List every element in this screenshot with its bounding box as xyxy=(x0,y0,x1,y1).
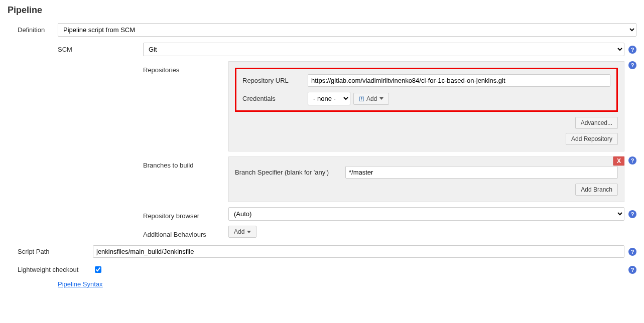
script-path-input[interactable] xyxy=(93,245,624,258)
add-button-label: Add xyxy=(366,95,377,102)
help-icon[interactable]: ? xyxy=(628,266,636,274)
pipeline-syntax-link[interactable]: Pipeline Syntax xyxy=(58,280,103,288)
scm-label: SCM xyxy=(58,43,143,53)
caret-down-icon xyxy=(247,231,251,233)
add-label: Add xyxy=(234,228,244,235)
credentials-select[interactable]: - none - xyxy=(308,92,350,105)
repositories-panel: Repository URL Credentials - none - xyxy=(228,61,624,151)
repositories-label: Repositories xyxy=(143,61,228,74)
pipeline-heading: Pipeline xyxy=(8,5,636,16)
advanced-button[interactable]: Advanced... xyxy=(575,117,618,129)
definition-select[interactable]: Pipeline script from SCM xyxy=(58,23,636,37)
add-repository-button[interactable]: Add Repository xyxy=(566,133,618,145)
lightweight-checkout-checkbox[interactable] xyxy=(95,266,101,273)
repository-url-label: Repository URL xyxy=(242,77,308,84)
repo-browser-label: Repository browser xyxy=(143,207,228,220)
definition-label: Definition xyxy=(18,23,58,34)
scm-select[interactable]: Git xyxy=(143,43,624,56)
close-icon[interactable]: X xyxy=(613,156,624,166)
branch-specifier-label: Branch Specifier (blank for 'any') xyxy=(235,169,345,176)
repo-browser-select[interactable]: (Auto) xyxy=(228,207,624,221)
branches-label: Branches to build xyxy=(143,156,228,169)
help-icon[interactable]: ? xyxy=(628,46,636,54)
additional-behaviours-label: Additional Behaviours xyxy=(143,226,228,238)
help-icon[interactable]: ? xyxy=(628,61,636,69)
behaviours-add-button[interactable]: Add xyxy=(228,226,256,238)
key-icon: ⚿ xyxy=(359,96,364,102)
help-icon[interactable]: ? xyxy=(628,248,636,256)
help-icon[interactable]: ? xyxy=(628,156,636,165)
caret-down-icon xyxy=(379,97,383,100)
highlight-box: Repository URL Credentials - none - xyxy=(235,68,618,112)
branch-specifier-input[interactable] xyxy=(345,166,618,179)
branches-panel: X Branch Specifier (blank for 'any') Add… xyxy=(228,156,624,202)
credentials-label: Credentials xyxy=(242,95,308,102)
credentials-add-button[interactable]: ⚿ Add xyxy=(353,93,389,105)
lightweight-checkout-label: Lightweight checkout xyxy=(18,266,93,273)
help-icon[interactable]: ? xyxy=(628,210,636,218)
add-branch-button[interactable]: Add Branch xyxy=(575,184,618,196)
repository-url-input[interactable] xyxy=(308,74,610,87)
script-path-label: Script Path xyxy=(18,248,93,255)
